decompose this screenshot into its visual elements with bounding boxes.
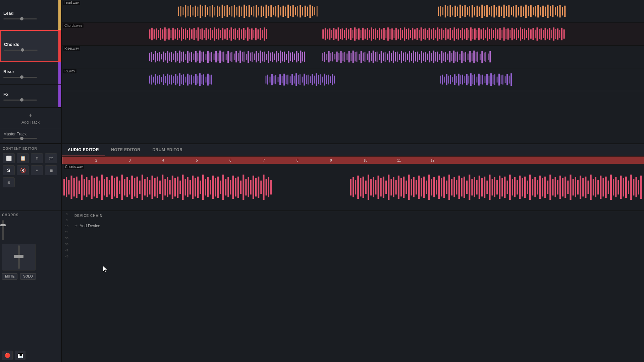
editor-tabs: AUDIO EDITOR NOTE EDITOR DRUM EDITOR <box>62 144 644 157</box>
svg-rect-608 <box>210 180 211 195</box>
master-track[interactable]: Master Track <box>0 129 61 143</box>
track-volume-chords[interactable] <box>4 50 38 51</box>
svg-rect-15 <box>214 7 215 16</box>
svg-rect-630 <box>266 179 267 196</box>
svg-rect-97 <box>533 7 534 15</box>
svg-rect-20 <box>226 5 228 17</box>
svg-rect-186 <box>361 30 362 38</box>
ce-btn-copy[interactable]: ⬜ <box>3 153 15 163</box>
svg-rect-417 <box>431 53 432 61</box>
track-volume-riser[interactable] <box>3 77 37 78</box>
ce-btn-matrix[interactable]: ⊞ <box>3 177 15 187</box>
svg-rect-34 <box>261 6 262 17</box>
svg-rect-50 <box>300 5 301 17</box>
svg-rect-626 <box>255 178 257 197</box>
chords-piano-btn[interactable]: 🎹 <box>15 351 25 360</box>
svg-rect-68 <box>462 6 463 16</box>
svg-rect-176 <box>340 29 341 39</box>
svg-rect-501 <box>310 76 311 83</box>
svg-rect-623 <box>248 177 249 197</box>
vertical-fader[interactable] <box>2 220 4 240</box>
svg-rect-712 <box>549 175 551 200</box>
svg-rect-596 <box>179 181 181 194</box>
content-editor-panel: CONTENT EDITOR ⬜ 📋 ⚙ ⇄ S 🔇 ≡ ▦ ⊞ <box>0 144 62 210</box>
svg-rect-175 <box>338 27 339 41</box>
track-item-lead[interactable]: Lead <box>0 0 61 30</box>
svg-rect-685 <box>481 178 483 197</box>
svg-rect-508 <box>324 74 325 85</box>
add-track-button[interactable]: + Add Track <box>0 108 61 129</box>
svg-rect-343 <box>266 54 267 60</box>
svg-rect-568 <box>109 180 110 195</box>
chords-record-btn[interactable]: 🔴 <box>2 351 13 360</box>
svg-rect-195 <box>379 28 380 40</box>
svg-rect-90 <box>516 5 517 17</box>
tab-drum-editor[interactable]: DRUM EDITOR <box>146 144 189 156</box>
svg-rect-500 <box>308 75 309 85</box>
ce-btn-paste[interactable]: 📋 <box>17 153 29 163</box>
svg-rect-704 <box>529 175 531 200</box>
timeline-marker-11: 11 <box>397 159 401 162</box>
svg-rect-644 <box>378 176 379 199</box>
ce-btn-mute-speaker[interactable]: 🔇 <box>17 165 29 175</box>
svg-rect-565 <box>101 175 103 200</box>
main-fader[interactable] <box>2 244 36 270</box>
svg-rect-742 <box>625 177 627 198</box>
svg-rect-243 <box>478 28 480 40</box>
svg-rect-130 <box>189 28 190 40</box>
svg-rect-262 <box>518 30 519 39</box>
solo-button[interactable]: SOLO <box>20 273 36 280</box>
svg-rect-411 <box>419 54 420 60</box>
svg-rect-640 <box>368 175 369 200</box>
svg-rect-511 <box>330 76 331 83</box>
ce-btn-pattern[interactable]: ▦ <box>45 165 57 175</box>
svg-rect-562 <box>94 178 95 197</box>
svg-rect-345 <box>270 53 271 61</box>
svg-rect-22 <box>231 6 232 17</box>
svg-rect-524 <box>460 75 461 84</box>
master-volume-slider[interactable] <box>3 138 37 139</box>
svg-rect-726 <box>585 177 586 198</box>
svg-rect-6 <box>193 7 194 16</box>
svg-rect-384 <box>365 52 366 62</box>
svg-rect-595 <box>177 177 178 198</box>
svg-rect-216 <box>423 29 424 39</box>
track-volume-lead[interactable] <box>3 18 37 19</box>
lead-waveform <box>62 0 644 22</box>
svg-rect-26 <box>241 7 242 16</box>
svg-rect-380 <box>357 52 358 62</box>
svg-rect-720 <box>570 175 571 200</box>
ce-btn-eq[interactable]: ≡ <box>31 165 43 175</box>
tab-audio-editor[interactable]: AUDIO EDITOR <box>62 144 105 156</box>
tab-note-editor[interactable]: NOTE EDITOR <box>105 144 146 156</box>
fader-track <box>18 245 20 269</box>
svg-rect-255 <box>503 27 505 41</box>
svg-rect-169 <box>325 28 326 40</box>
svg-rect-19 <box>224 6 225 16</box>
svg-rect-459 <box>173 76 174 83</box>
track-item-riser[interactable]: Riser <box>0 62 61 85</box>
svg-rect-174 <box>335 29 337 39</box>
svg-rect-610 <box>215 178 216 197</box>
svg-rect-287 <box>153 54 154 60</box>
svg-rect-321 <box>222 52 223 62</box>
track-color-bar-lead <box>58 0 61 30</box>
track-item-chords[interactable]: Chords <box>0 30 61 62</box>
svg-rect-670 <box>443 177 445 198</box>
mute-button[interactable]: MUTE <box>2 273 17 280</box>
svg-rect-579 <box>137 177 138 198</box>
add-device-button[interactable]: + Add Device <box>74 223 641 229</box>
svg-rect-120 <box>168 28 170 40</box>
svg-rect-206 <box>402 30 403 39</box>
ce-btn-grid[interactable]: ⚙ <box>31 153 43 163</box>
ce-btn-loop[interactable]: ⇄ <box>45 153 57 163</box>
ce-btn-s[interactable]: S <box>3 165 15 175</box>
svg-rect-70 <box>467 7 468 15</box>
svg-rect-683 <box>476 180 478 195</box>
svg-rect-198 <box>385 30 386 39</box>
svg-rect-252 <box>497 29 498 39</box>
track-item-fx[interactable]: Fx <box>0 85 61 108</box>
svg-rect-540 <box>493 75 494 84</box>
svg-rect-544 <box>501 75 502 84</box>
track-volume-fx[interactable] <box>3 100 37 101</box>
